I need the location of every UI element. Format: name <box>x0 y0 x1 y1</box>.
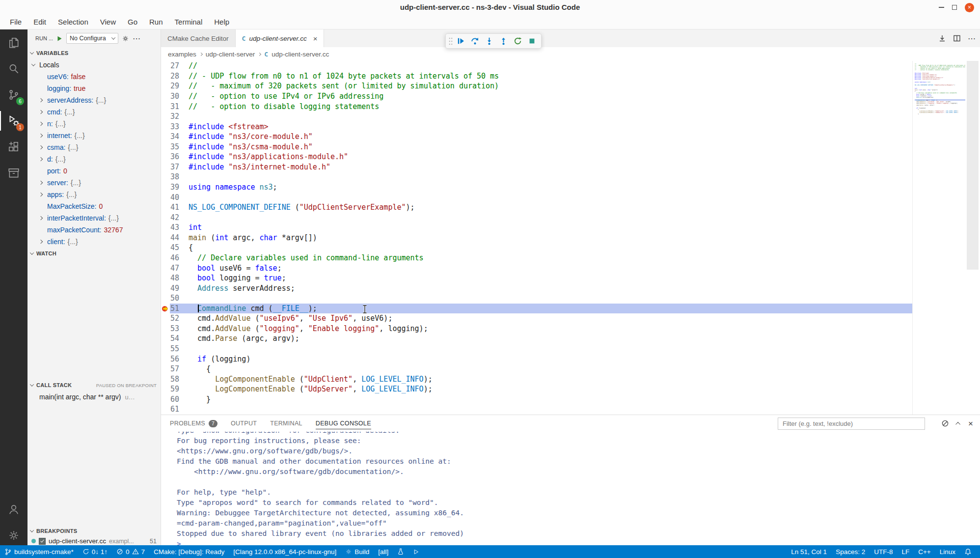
code-line[interactable]: 32 <box>161 112 912 122</box>
code-line[interactable]: 55 <box>161 344 912 354</box>
code-line[interactable]: 27// <box>161 61 912 71</box>
line-gutter[interactable] <box>161 132 170 142</box>
code-line[interactable]: 51 CommandLine cmd (__FILE__); <box>161 304 912 314</box>
source-control-icon[interactable]: 6 <box>0 84 27 106</box>
code-line[interactable]: 42 <box>161 212 912 223</box>
line-gutter[interactable] <box>161 212 170 223</box>
breadcrumb-item[interactable]: examples <box>168 51 196 58</box>
variable-row[interactable]: n:{...} <box>27 118 161 130</box>
debug-console-output[interactable]: Type "show configuration" for configurat… <box>161 432 980 545</box>
code-line[interactable]: 52 cmd.AddValue ("useIpv6", "Use Ipv6", … <box>161 313 912 324</box>
code-line[interactable]: 47 bool useV6 = false; <box>161 263 912 273</box>
variable-row[interactable]: MaxPacketSize:0 <box>27 200 161 212</box>
line-gutter[interactable] <box>161 182 170 193</box>
code-line[interactable]: 56 if (logging) <box>161 354 912 364</box>
scrollbar-thumb[interactable] <box>967 61 979 270</box>
line-gutter[interactable] <box>161 293 170 304</box>
breadcrumb-item[interactable]: udp-client-server <box>206 51 255 58</box>
editor-tab[interactable]: CMake Cache Editor <box>161 29 236 47</box>
line-gutter[interactable] <box>161 192 170 202</box>
maximize-icon[interactable] <box>952 5 957 10</box>
line-gutter[interactable] <box>161 112 170 122</box>
watch-section-header[interactable]: WATCH <box>27 248 161 259</box>
line-gutter[interactable] <box>161 344 170 354</box>
ctest-button[interactable] <box>393 545 408 558</box>
line-gutter[interactable] <box>161 253 170 263</box>
sync-status[interactable]: 0↓ 1↑ <box>78 545 112 558</box>
code-line[interactable]: 43int <box>161 223 912 233</box>
console-prompt[interactable]: > <box>177 540 980 545</box>
code-line[interactable]: 57 { <box>161 364 912 374</box>
breakpoint-checkbox[interactable] <box>39 538 46 545</box>
eol-status[interactable]: LF <box>897 545 914 558</box>
line-gutter[interactable] <box>161 91 170 102</box>
variable-row[interactable]: interPacketInterval:{...} <box>27 212 161 224</box>
panel-tab-output[interactable]: OUTPUT <box>231 415 257 432</box>
variable-row[interactable]: client:{...} <box>27 236 161 248</box>
start-debug-icon[interactable] <box>56 35 63 42</box>
line-gutter[interactable] <box>161 152 170 162</box>
minimize-icon[interactable] <box>939 7 944 8</box>
restart-button[interactable] <box>511 34 524 48</box>
variable-row[interactable]: cmd:{...} <box>27 106 161 118</box>
code-line[interactable]: 33#include <fstream> <box>161 121 912 132</box>
line-gutter[interactable] <box>161 142 170 152</box>
run-debug-icon[interactable]: 1 <box>0 110 27 132</box>
line-gutter[interactable] <box>161 334 170 344</box>
panel-tab-debug-console[interactable]: DEBUG CONSOLE <box>316 415 371 432</box>
code-line[interactable]: 58 LogComponentEnable ("UdpClient", LOG_… <box>161 374 912 384</box>
line-gutter[interactable] <box>161 81 170 91</box>
variable-row[interactable]: useV6:false <box>27 71 161 83</box>
breadcrumb-item[interactable]: udp-client-server.cc <box>272 51 329 58</box>
menu-view[interactable]: View <box>94 15 122 29</box>
line-gutter[interactable] <box>161 384 170 394</box>
line-gutter[interactable] <box>161 354 170 364</box>
git-branch-status[interactable]: buildsystem-cmake* <box>0 545 78 558</box>
variables-section-header[interactable]: VARIABLES <box>27 47 161 59</box>
line-gutter[interactable] <box>161 304 170 314</box>
line-gutter[interactable] <box>161 61 170 71</box>
line-gutter[interactable] <box>161 394 170 405</box>
views-more-actions-icon[interactable]: ⋯ <box>133 34 141 43</box>
open-changes-icon[interactable] <box>938 34 946 42</box>
search-icon[interactable] <box>0 58 27 80</box>
close-tab-icon[interactable]: × <box>313 34 318 43</box>
menu-terminal[interactable]: Terminal <box>169 15 209 29</box>
line-gutter[interactable] <box>161 263 170 273</box>
os-indicator[interactable]: Linux <box>935 545 960 558</box>
variable-row[interactable]: d:{...} <box>27 153 161 165</box>
close-panel-icon[interactable]: × <box>968 419 973 428</box>
language-mode[interactable]: C++ <box>914 545 935 558</box>
variable-row[interactable]: serverAddress:{...} <box>27 94 161 106</box>
code-line[interactable]: 31// - option to disable logging stateme… <box>161 101 912 112</box>
code-line[interactable]: 45{ <box>161 243 912 253</box>
menu-edit[interactable]: Edit <box>27 15 52 29</box>
line-gutter[interactable] <box>161 202 170 213</box>
line-gutter[interactable] <box>161 273 170 283</box>
variables-scope-locals[interactable]: Locals <box>27 59 161 71</box>
code-line[interactable]: 61 <box>161 404 912 415</box>
line-gutter[interactable] <box>161 223 170 233</box>
settings-gear-icon[interactable] <box>0 525 27 546</box>
line-gutter[interactable] <box>161 71 170 82</box>
code-line[interactable]: 44main (int argc, char *argv[]) <box>161 233 912 243</box>
build-target[interactable]: [all] <box>374 545 393 558</box>
code-line[interactable]: 37#include "ns3/internet-module.h" <box>161 162 912 172</box>
breakpoints-section-header[interactable]: BREAKPOINTS <box>27 525 161 537</box>
variable-row[interactable]: port:0 <box>27 165 161 177</box>
code-line[interactable]: 48 bool logging = true; <box>161 273 912 283</box>
line-gutter[interactable] <box>161 404 170 415</box>
code-line[interactable]: 39using namespace ns3; <box>161 182 912 193</box>
line-gutter[interactable] <box>161 313 170 324</box>
code-line[interactable]: 40 <box>161 192 912 202</box>
variable-row[interactable]: apps:{...} <box>27 189 161 200</box>
cmake-status[interactable]: CMake: [Debug]: Ready <box>149 545 229 558</box>
code-line[interactable]: 29// - maximum of 320 packets sent (or l… <box>161 81 912 91</box>
launch-button[interactable] <box>408 545 424 558</box>
line-gutter[interactable] <box>161 233 170 243</box>
extensions-icon[interactable] <box>0 136 27 158</box>
variable-row[interactable]: logging:true <box>27 83 161 94</box>
debug-gear-icon[interactable] <box>122 35 129 42</box>
variable-row[interactable]: maxPacketCount:32767 <box>27 224 161 236</box>
minimap[interactable]: //// - UDP flow from n0 to n1 of 1024 by… <box>912 61 965 415</box>
